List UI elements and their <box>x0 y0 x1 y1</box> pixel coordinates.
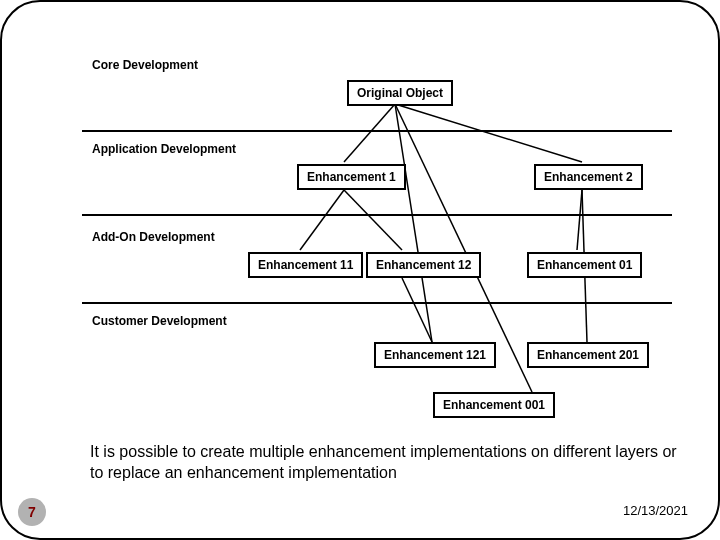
layer-customer-label: Customer Development <box>92 314 227 328</box>
svg-line-5 <box>344 190 402 250</box>
svg-line-1 <box>395 104 582 162</box>
svg-line-2 <box>395 104 432 342</box>
enhancement-2-box: Enhancement 2 <box>534 164 643 190</box>
enhancement-1-box: Enhancement 1 <box>297 164 406 190</box>
enhancement-01-box: Enhancement 01 <box>527 252 642 278</box>
slide-date: 12/13/2021 <box>623 503 688 518</box>
diagram: Core Development Original Object Applica… <box>82 42 672 437</box>
svg-line-7 <box>402 278 432 342</box>
layer-core-label: Core Development <box>92 58 198 72</box>
original-object-box: Original Object <box>347 80 453 106</box>
enhancement-201-box: Enhancement 201 <box>527 342 649 368</box>
slide: Core Development Original Object Applica… <box>0 0 720 540</box>
layer-addon-label: Add-On Development <box>92 230 215 244</box>
enhancement-11-box: Enhancement 11 <box>248 252 363 278</box>
layer-application-label: Application Development <box>92 142 236 156</box>
divider-3 <box>82 302 672 304</box>
divider-1 <box>82 130 672 132</box>
enhancement-001-box: Enhancement 001 <box>433 392 555 418</box>
page-number: 7 <box>18 498 46 526</box>
enhancement-12-box: Enhancement 12 <box>366 252 481 278</box>
svg-line-6 <box>577 190 582 250</box>
svg-line-4 <box>300 190 344 250</box>
enhancement-121-box: Enhancement 121 <box>374 342 496 368</box>
slide-caption: It is possible to create multiple enhanc… <box>90 442 678 484</box>
divider-2 <box>82 214 672 216</box>
svg-line-0 <box>344 104 395 162</box>
